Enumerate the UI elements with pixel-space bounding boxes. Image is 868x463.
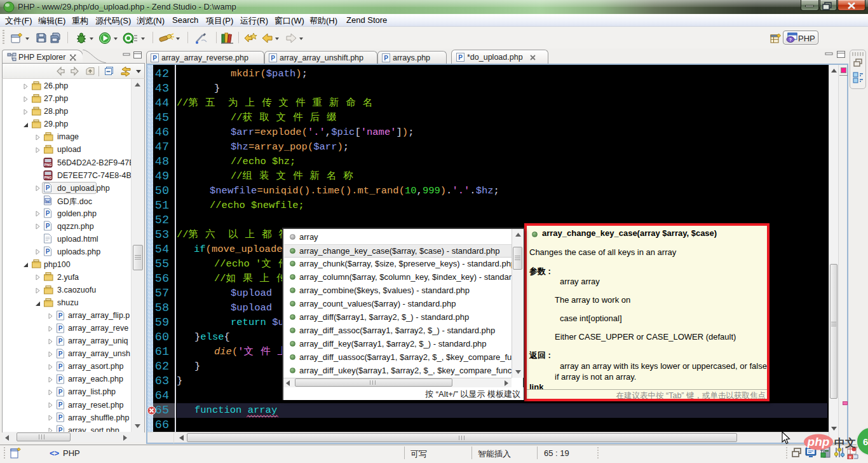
svg-text:69: 69	[863, 436, 868, 447]
svg-text:PNG: PNG	[44, 176, 52, 179]
svg-text:P: P	[58, 325, 63, 332]
svg-text:P: P	[46, 184, 50, 191]
svg-text:?: ?	[789, 38, 792, 42]
svg-text:P: P	[58, 338, 63, 345]
svg-text:P: P	[46, 223, 50, 230]
svg-text:P: P	[58, 376, 63, 383]
svg-text:P: P	[271, 55, 275, 62]
svg-text:P: P	[58, 312, 63, 319]
svg-text:P: P	[46, 210, 50, 217]
svg-text:PNG: PNG	[44, 163, 52, 167]
svg-text:W: W	[46, 199, 50, 204]
svg-text:P: P	[58, 389, 63, 396]
svg-text:P: P	[46, 248, 50, 255]
svg-text:P: P	[458, 54, 463, 61]
svg-text:P: P	[384, 55, 388, 62]
svg-text:P: P	[153, 55, 157, 62]
svg-text:P: P	[58, 401, 63, 408]
svg-text:P: P	[58, 363, 63, 370]
svg-text:php: php	[807, 435, 830, 448]
svg-text:P: P	[58, 350, 63, 357]
svg-text:P: P	[58, 414, 63, 421]
